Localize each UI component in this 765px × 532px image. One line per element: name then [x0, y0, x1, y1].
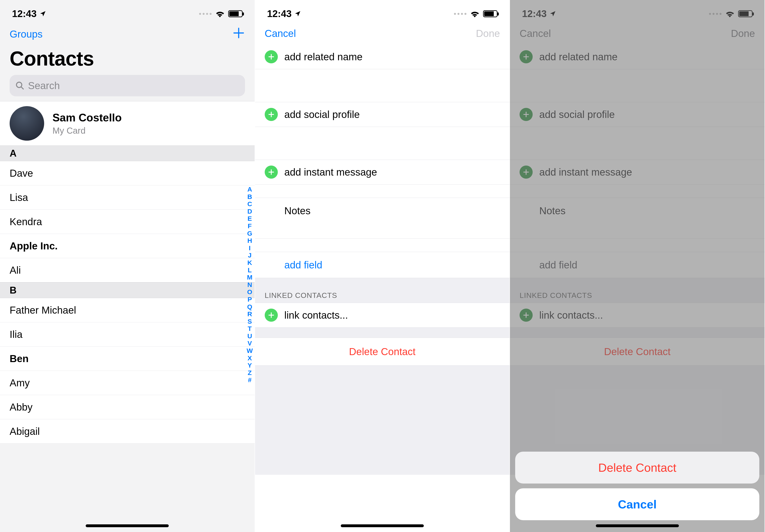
search-icon — [15, 81, 24, 90]
my-card-sub: My Card — [52, 126, 122, 135]
index-letter[interactable]: G — [247, 230, 252, 237]
avatar — [10, 106, 44, 140]
index-letter[interactable]: S — [248, 318, 252, 325]
contact-row[interactable]: Dave — [0, 161, 255, 185]
location-arrow-icon — [294, 10, 301, 17]
contact-row[interactable]: Abigail — [0, 419, 255, 443]
index-letter[interactable]: Q — [247, 303, 252, 311]
link-contacts-row[interactable]: link contacts... — [255, 303, 510, 328]
index-letter[interactable]: B — [248, 193, 252, 200]
delete-confirm-screen: 12:43 Cancel Done add related name add s… — [510, 0, 765, 532]
index-letter[interactable]: K — [248, 259, 252, 266]
add-social-label: add social profile — [284, 109, 360, 120]
status-time: 12:43 — [267, 8, 292, 19]
add-im-label: add instant message — [284, 166, 377, 178]
cell-dots-icon — [454, 13, 466, 15]
wifi-icon — [470, 10, 479, 17]
index-letter[interactable]: # — [248, 376, 252, 384]
index-letter[interactable]: D — [248, 208, 252, 215]
contact-row[interactable]: Ali — [0, 258, 255, 282]
index-letter[interactable]: O — [247, 288, 252, 296]
index-letter[interactable]: J — [248, 252, 252, 259]
index-letter[interactable]: P — [248, 296, 252, 303]
contact-row[interactable]: Father Michael — [0, 298, 255, 322]
page-title: Contacts — [0, 43, 255, 73]
index-letter[interactable]: H — [248, 237, 252, 244]
add-related-label: add related name — [284, 51, 363, 63]
my-card-name: Sam Costello — [52, 112, 122, 124]
index-letter[interactable]: N — [248, 281, 252, 289]
contact-row[interactable]: Ilia — [0, 322, 255, 347]
status-bar: 12:43 — [255, 0, 510, 24]
add-contact-button[interactable] — [232, 27, 245, 42]
add-instant-message-row[interactable]: add instant message — [255, 160, 510, 184]
index-letter[interactable]: Y — [248, 362, 252, 369]
index-letter[interactable]: T — [248, 325, 252, 332]
search-placeholder: Search — [28, 80, 60, 92]
index-letter[interactable]: U — [248, 332, 252, 340]
index-letter[interactable]: F — [248, 222, 252, 230]
contact-row[interactable]: Amy — [0, 371, 255, 395]
action-sheet: Delete Contact Cancel — [515, 452, 759, 520]
notes-field[interactable]: Notes — [255, 198, 510, 239]
index-letter[interactable]: A — [248, 186, 252, 193]
home-indicator[interactable] — [86, 524, 169, 527]
index-letter[interactable]: W — [247, 347, 253, 355]
link-contacts-label: link contacts... — [284, 309, 348, 321]
search-input[interactable]: Search — [10, 75, 245, 96]
contact-row[interactable]: Lisa — [0, 185, 255, 210]
add-field-button[interactable]: add field — [255, 252, 510, 278]
contact-row[interactable]: Abby — [0, 395, 255, 419]
index-letter[interactable]: C — [248, 200, 252, 208]
linked-contacts-header: LINKED CONTACTS — [255, 278, 510, 303]
status-bar: 12:43 — [0, 0, 255, 24]
section-header: A — [0, 145, 255, 161]
my-card-row[interactable]: Sam Costello My Card — [0, 101, 255, 145]
battery-icon — [483, 10, 497, 17]
section-header: B — [0, 282, 255, 298]
sheet-delete-button[interactable]: Delete Contact — [515, 452, 759, 483]
index-letter[interactable]: M — [247, 274, 253, 281]
wifi-icon — [215, 10, 225, 17]
index-letter[interactable]: E — [248, 215, 252, 222]
groups-button[interactable]: Groups — [10, 28, 43, 40]
plus-circle-icon — [265, 108, 278, 121]
plus-circle-icon — [265, 50, 278, 63]
home-indicator[interactable] — [596, 524, 679, 527]
index-letter[interactable]: V — [248, 340, 252, 347]
index-letter[interactable]: I — [249, 244, 251, 252]
contact-row[interactable]: Ben — [0, 347, 255, 371]
index-letter[interactable]: L — [248, 266, 252, 274]
home-indicator[interactable] — [341, 524, 424, 527]
location-arrow-icon — [39, 10, 46, 17]
contacts-list-screen: 12:43 Groups Contacts Search Sam Costell… — [0, 0, 255, 532]
sheet-cancel-button[interactable]: Cancel — [515, 488, 759, 520]
plus-circle-icon — [265, 165, 278, 179]
index-letter[interactable]: Z — [248, 369, 252, 377]
index-letter[interactable]: X — [248, 355, 252, 362]
add-related-name-row[interactable]: add related name — [255, 45, 510, 69]
add-social-profile-row[interactable]: add social profile — [255, 102, 510, 127]
cell-dots-icon — [199, 13, 212, 15]
contact-row[interactable]: Apple Inc. — [0, 234, 255, 258]
battery-icon — [228, 10, 243, 17]
index-letter[interactable]: R — [248, 310, 252, 318]
cancel-button[interactable]: Cancel — [265, 28, 296, 39]
delete-contact-button[interactable]: Delete Contact — [255, 338, 510, 366]
alphabet-index[interactable]: ABCDEFGHIJKLMNOPQRSTUVWXYZ# — [247, 186, 253, 384]
done-button[interactable]: Done — [476, 28, 500, 39]
svg-line-1 — [21, 87, 23, 89]
status-time: 12:43 — [12, 8, 37, 19]
plus-icon — [232, 27, 245, 39]
edit-contact-screen: 12:43 Cancel Done add related name add s… — [255, 0, 510, 532]
plus-circle-icon — [265, 309, 278, 322]
contact-row[interactable]: Kendra — [0, 210, 255, 234]
